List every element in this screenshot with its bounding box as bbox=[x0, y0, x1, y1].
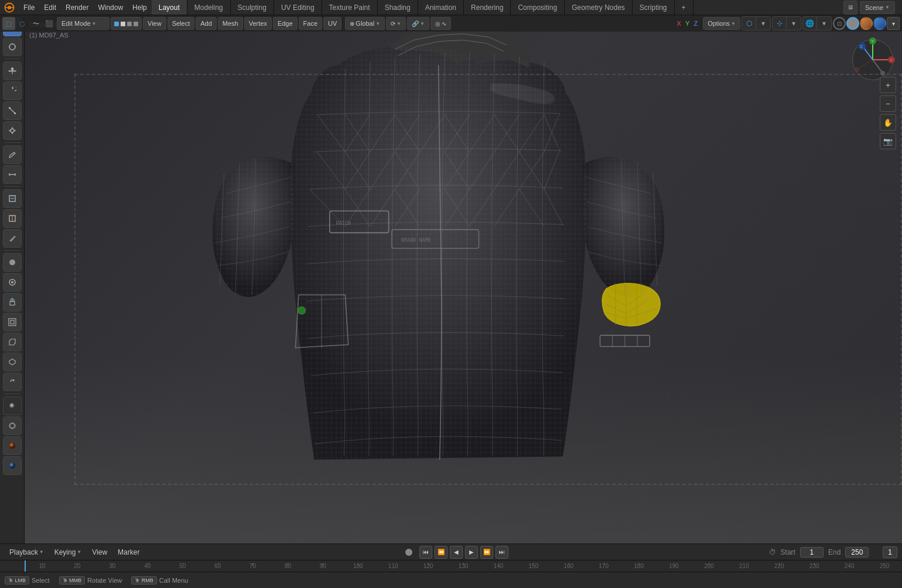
tab-rendering[interactable]: Rendering bbox=[464, 0, 511, 15]
viewport-display-icon[interactable]: 🖥 bbox=[843, 1, 857, 15]
overlay-dropdown[interactable]: ▾ bbox=[756, 17, 770, 30]
tab-modeling[interactable]: Modeling bbox=[187, 0, 231, 15]
step-back-btn[interactable]: ⏪ bbox=[435, 546, 447, 559]
menu-render[interactable]: Render bbox=[61, 2, 93, 13]
render-btn[interactable] bbox=[873, 17, 886, 30]
tool-smooth[interactable] bbox=[3, 253, 22, 272]
play-reverse-btn[interactable]: ◀ bbox=[450, 546, 463, 559]
tool-rendered[interactable] bbox=[3, 456, 22, 475]
snap-toggle[interactable]: 🔗 ▼ bbox=[407, 17, 429, 30]
select-circle-icon[interactable]: ◌ bbox=[16, 17, 29, 30]
pivot-dropdown[interactable]: ⟳ ▼ bbox=[386, 17, 406, 30]
tool-inset[interactable] bbox=[3, 313, 22, 331]
options-button[interactable]: Options ▼ bbox=[703, 17, 740, 30]
svg-rect-11 bbox=[9, 107, 11, 109]
start-frame-input[interactable]: 1 bbox=[800, 547, 824, 558]
jump-start-btn[interactable]: ⏮ bbox=[419, 546, 432, 559]
playback-menu[interactable]: Playback ▼ bbox=[5, 547, 49, 558]
tool-scale[interactable] bbox=[3, 101, 22, 120]
tool-measure[interactable] bbox=[3, 165, 22, 184]
svg-point-37 bbox=[9, 423, 15, 429]
tool-bevel[interactable] bbox=[3, 333, 22, 351]
menu-help[interactable]: Help bbox=[128, 2, 152, 13]
object-icons[interactable]: ◼ ◼ ◼ ◼ bbox=[111, 17, 142, 30]
tool-loop-cut[interactable] bbox=[3, 209, 22, 228]
tool-add-box[interactable] bbox=[3, 189, 22, 208]
jump-end-btn[interactable]: ⏭ bbox=[496, 546, 508, 559]
timeline-header: Playback ▼ Keying ▼ View Marker ⏮ ⏪ bbox=[0, 543, 902, 560]
tab-texture-paint[interactable]: Texture Paint bbox=[322, 0, 378, 15]
pan-btn[interactable]: ✋ bbox=[880, 114, 896, 131]
play-forward-btn[interactable]: ▶ bbox=[465, 546, 478, 559]
tool-knife[interactable] bbox=[3, 229, 22, 248]
transform-space[interactable]: ⊕ Global ▼ bbox=[345, 17, 385, 30]
view-menu[interactable]: View bbox=[143, 17, 166, 30]
tool-shading-wire[interactable] bbox=[3, 416, 22, 435]
tab-layout[interactable]: Layout bbox=[152, 0, 187, 15]
tab-compositing[interactable]: Compositing bbox=[511, 0, 565, 15]
tool-rotate[interactable] bbox=[3, 81, 22, 100]
vertex-menu[interactable]: Vertex bbox=[244, 17, 272, 30]
tool-shading-solid[interactable] bbox=[3, 396, 22, 415]
tab-geometry-nodes[interactable]: Geometry Nodes bbox=[565, 0, 633, 15]
gizmo-icon-btn[interactable]: ⊹ bbox=[773, 17, 787, 30]
workspace-tabs: Layout Modeling Sculpting UV Editing Tex… bbox=[152, 0, 693, 15]
blender-logo[interactable] bbox=[2, 1, 16, 15]
uv-menu[interactable]: UV bbox=[323, 17, 341, 30]
ruler-mark-190: 190 bbox=[657, 563, 692, 569]
overlay-icon[interactable]: ⬛ bbox=[43, 17, 56, 30]
tool-extrude[interactable] bbox=[3, 293, 22, 312]
tool-shrink[interactable] bbox=[3, 273, 22, 292]
material-btn[interactable] bbox=[860, 17, 873, 30]
keying-menu[interactable]: Keying ▼ bbox=[50, 547, 87, 558]
select-box-icon[interactable]: ⬚ bbox=[2, 17, 15, 30]
current-frame-display[interactable]: 1 bbox=[883, 546, 897, 558]
zoom-out-btn[interactable]: − bbox=[880, 95, 896, 112]
face-menu[interactable]: Face bbox=[299, 17, 322, 30]
solid-btn[interactable] bbox=[846, 17, 859, 30]
add-menu[interactable]: Add bbox=[196, 17, 217, 30]
zoom-in-btn[interactable]: + bbox=[880, 77, 896, 93]
shading-options[interactable]: ▾ bbox=[887, 17, 900, 30]
proportional-toggle[interactable]: ◎ ∿ bbox=[430, 17, 451, 30]
svg-rect-34 bbox=[11, 320, 14, 324]
tab-shading[interactable]: Shading bbox=[378, 0, 418, 15]
overlay-icon-btn[interactable]: ⬡ bbox=[742, 17, 756, 30]
camera-btn[interactable]: 📷 bbox=[880, 133, 896, 149]
add-workspace-button[interactable]: + bbox=[675, 0, 693, 15]
select-menu[interactable]: Select bbox=[168, 17, 195, 30]
timeline-ruler[interactable]: 10 20 30 40 50 60 70 80 90 100 110 120 1… bbox=[0, 560, 902, 572]
menu-window[interactable]: Window bbox=[93, 2, 128, 13]
step-forward-btn[interactable]: ⏩ bbox=[480, 546, 493, 559]
3d-viewport[interactable]: PATCH BRAND NAME bbox=[25, 15, 902, 543]
menu-file[interactable]: File bbox=[19, 2, 39, 13]
ruler-mark-30: 30 bbox=[95, 563, 130, 569]
tab-scripting[interactable]: Scripting bbox=[633, 0, 675, 15]
marker-menu[interactable]: Marker bbox=[113, 547, 144, 558]
menu-edit[interactable]: Edit bbox=[39, 2, 61, 13]
clock-icon: ⏱ bbox=[769, 548, 776, 556]
tab-sculpting[interactable]: Sculpting bbox=[231, 0, 274, 15]
tool-spin[interactable] bbox=[3, 372, 22, 391]
view-menu-timeline[interactable]: View bbox=[87, 547, 112, 558]
viewport-nav-buttons: + − ✋ 📷 bbox=[880, 77, 896, 149]
viewport-type-btn[interactable]: 🌐 bbox=[803, 17, 817, 30]
tab-animation[interactable]: Animation bbox=[418, 0, 464, 15]
tool-move[interactable] bbox=[3, 61, 22, 80]
edit-mode-dropdown[interactable]: Edit Mode ▼ bbox=[57, 17, 110, 30]
tab-uv-editing[interactable]: UV Editing bbox=[274, 0, 322, 15]
viewport-type-dropdown[interactable]: ▾ bbox=[817, 17, 831, 30]
scene-selector[interactable]: Scene ▼ bbox=[860, 1, 895, 14]
end-frame-input[interactable]: 250 bbox=[845, 547, 869, 558]
tool-annotate[interactable] bbox=[3, 145, 22, 164]
tool-poly-build[interactable] bbox=[3, 353, 22, 371]
ruler-mark-60: 60 bbox=[200, 563, 235, 569]
tool-cursor[interactable] bbox=[3, 37, 22, 56]
tool-transform[interactable] bbox=[3, 121, 22, 140]
tool-material[interactable] bbox=[3, 436, 22, 455]
mesh-menu[interactable]: Mesh bbox=[218, 17, 243, 30]
edge-menu[interactable]: Edge bbox=[273, 17, 298, 30]
select-lasso-icon[interactable]: 〜 bbox=[29, 17, 42, 30]
wireframe-btn[interactable]: ⊡ bbox=[833, 17, 846, 30]
gizmo-dropdown[interactable]: ▾ bbox=[787, 17, 801, 30]
